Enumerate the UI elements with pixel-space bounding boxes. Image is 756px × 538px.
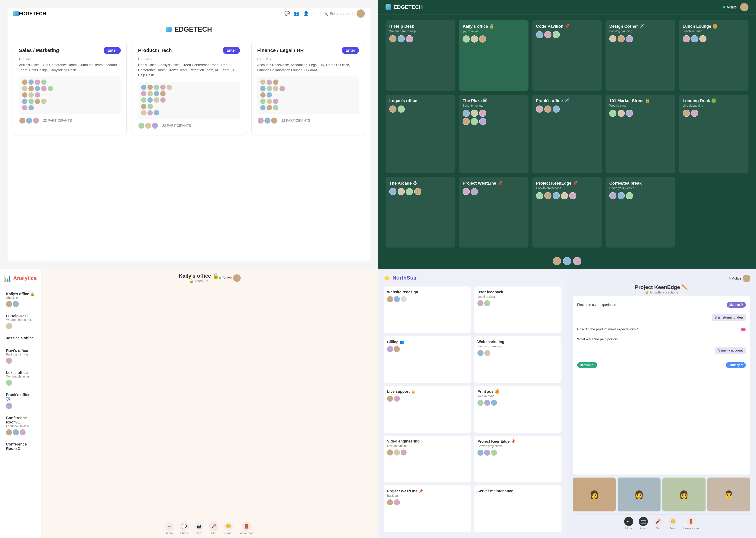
room-design-corner[interactable]: Design Corner ✈️ Backlog planning <box>606 20 675 91</box>
room-it-help[interactable]: IT Help Desk We are here to help! <box>385 20 455 91</box>
user-avatar[interactable] <box>357 9 365 18</box>
room-keenedge[interactable]: Project KeenEdge 📌 Growth projections <box>532 177 602 247</box>
room-franks-office[interactable]: Frank's office ✈️ <box>532 94 602 173</box>
q4-room-website[interactable]: Website redesign <box>384 287 471 333</box>
room-101-name: 101 Market Street 🔒 <box>609 98 671 103</box>
search-icon: 🔍 <box>324 11 328 16</box>
room-code-pavilion[interactable]: Code Pavilion 📌 <box>532 20 602 91</box>
dept-finance-enter-btn[interactable]: Enter <box>342 47 359 54</box>
q3-action-cam[interactable]: 📷 Cam <box>194 522 203 535</box>
room-coffee-name: Coffee/tea break <box>609 181 671 186</box>
react-icon: 😊 <box>224 522 233 531</box>
room-101-sub: Weekly sync <box>609 104 671 107</box>
q3-action-mic[interactable]: 🎤 Mic <box>209 522 218 535</box>
sidebar-item-conf1[interactable]: Conference Room 1 Feedback review <box>4 413 37 438</box>
q3-logo: 📊 Analytica <box>4 275 37 282</box>
room-lunch-sub: Lunch 'n Learn <box>683 29 745 33</box>
room-it-help-sub: We are here to help! <box>389 29 451 33</box>
q4-room-webmarketing[interactable]: Web marketing Planning meeting <box>474 336 561 383</box>
room-design-name: Design Corner ✈️ <box>609 24 671 29</box>
q4-chat-item-1: Brainstorming idea <box>577 312 746 322</box>
q2-rooms-grid: IT Help Desk We are here to help! Kaily'… <box>378 15 756 253</box>
more-icon[interactable]: ··· <box>313 11 317 16</box>
dept-card-sales-header: Sales / Marketing Enter <box>19 47 121 54</box>
status-field[interactable]: 🔍 Set a status <box>320 10 353 17</box>
room-it-help-name: IT Help Desk <box>389 24 451 29</box>
room-the-plaza[interactable]: The Plaza 🏛 Security review <box>459 94 528 173</box>
sidebar-lexi-avatars <box>6 380 35 386</box>
dept-finance-rooms-text: Accounts Receivable, Accounting, Legal, … <box>257 63 359 73</box>
q4-more-icon: ··· <box>624 517 633 526</box>
dept-tech-enter-btn[interactable]: Enter <box>223 47 240 54</box>
q4-room-keenedge[interactable]: Project KeenEdge 📌 Growth projections <box>474 436 561 483</box>
q4-action-mic[interactable]: 🎤 Mic <box>654 517 663 530</box>
q4-room-server[interactable]: Server maintenance <box>474 485 561 532</box>
q4-action-more[interactable]: ··· More <box>624 517 633 530</box>
chat-icon[interactable]: 💬 <box>284 11 290 16</box>
room-code-avatars <box>536 31 598 38</box>
q4-bottom-bar: ··· More 📷 Cam 🎤 Mic 😊 React 🚪 Leave roo… <box>573 514 751 532</box>
room-101-avatars <box>609 110 671 117</box>
q4-room-user-feedback[interactable]: User feedback Logging data <box>474 287 561 333</box>
sidebar-item-it[interactable]: IT Help Desk We are here to help! <box>4 311 37 332</box>
sidebar-item-frank[interactable]: Frank's office ✈️ <box>4 390 37 411</box>
q3-action-react[interactable]: 😊 React <box>224 522 233 535</box>
room-coffee-break[interactable]: Coffee/tea break How's your week? <box>606 177 675 247</box>
people2-icon[interactable]: 👤 <box>303 11 309 16</box>
sidebar-item-kaily[interactable]: Kaily's office 🔒 Check-in <box>4 289 37 310</box>
dept-card-finance: Finance / Legal / HR Enter ROOMS Account… <box>251 41 365 135</box>
room-keen-name: Project KeenEdge 📌 <box>536 181 598 186</box>
dept-sales-footer: 22 PARTICIPANTS <box>19 117 121 124</box>
sidebar-item-ravi[interactable]: Ravi's office Backlog thinking <box>4 346 37 366</box>
sidebar-item-jessica[interactable]: Jessica's office <box>4 333 37 344</box>
dept-finance-preview <box>257 77 359 114</box>
room-kaily-office[interactable]: Kaily's office 🔒 🔒Check-in <box>459 20 528 91</box>
q1-dept-cards: Sales / Marketing Enter ROOMS Anika's Of… <box>13 41 365 135</box>
q3-action-leave[interactable]: 🚪 Leave room <box>238 522 254 535</box>
room-it-help-avatars <box>389 35 451 42</box>
q4-action-cam[interactable]: 📷 Cam <box>639 517 648 530</box>
q1-nav-icons: 💬 👥 👤 ··· 🔍 Set a status <box>284 9 365 18</box>
dept-sales-title: Sales / Marketing <box>19 47 59 53</box>
q3-action-share[interactable]: 💬 Share <box>180 522 189 535</box>
q4-room-printads[interactable]: Print ads 🍊 Weekly sync <box>474 386 561 433</box>
q3-layout: 📊 Analytica Kaily's office 🔒 Check-in IT… <box>0 269 378 538</box>
dept-sales-participants: 22 PARTICIPANTS <box>43 119 72 123</box>
q4-room-videoeng[interactable]: Video engineering Live debugging <box>384 436 471 483</box>
room-lunch-lounge[interactable]: Lunch Lounge 🍔 Lunch 'n Learn <box>679 20 748 91</box>
q4-room-livesupport[interactable]: Live support 🔒 <box>384 386 471 433</box>
q3-logo-icon: 📊 <box>4 275 11 282</box>
q4-room-ve-avatars <box>387 450 468 456</box>
sidebar-item-conf2[interactable]: Conference Room 2 <box>4 440 37 454</box>
dept-sales-enter-btn[interactable]: Enter <box>104 47 121 54</box>
sidebar-it-avatars <box>6 323 35 329</box>
sidebar-ravi-avatars <box>6 358 35 364</box>
room-westline[interactable]: Project WestLine 📌 <box>459 177 528 247</box>
q4-room-wm-avatars <box>478 350 558 356</box>
dept-sales-preview <box>19 77 121 114</box>
q4-room-westline[interactable]: Project WestLine 📌 Backlog <box>384 485 471 532</box>
sidebar-item-lexi[interactable]: Lexi's office Content planning <box>4 368 37 389</box>
room-keen-avatars <box>536 192 598 199</box>
room-loading-dock[interactable]: Loading Dock 🟢 Live debugging <box>679 94 748 173</box>
more-icon: ··· <box>165 522 174 531</box>
q4-badge-penelope <box>740 328 746 331</box>
q3-room-info: Kaily's office 🔒 🔒 Check-in <box>179 273 219 283</box>
q2-logo-icon <box>385 4 391 10</box>
quadrant-top-left: EDGETECH 💬 👥 👤 ··· 🔍 Set a status EDGETE… <box>0 0 378 269</box>
people-icon[interactable]: 👥 <box>294 11 299 16</box>
q3-action-more[interactable]: ··· More <box>165 522 174 535</box>
q3-top-avatar[interactable] <box>233 274 241 282</box>
room-logans-office[interactable]: Logan's office <box>385 94 455 173</box>
q4-northstar-panel: ⭐ NorthStar Website redesign User feedba… <box>378 269 567 538</box>
q4-user-avatar[interactable] <box>743 275 750 282</box>
room-kaily-sub: 🔒Check-in <box>463 29 525 33</box>
q4-action-leave[interactable]: 🚪 Leave room <box>683 517 699 530</box>
q4-action-react[interactable]: 😊 React <box>668 517 677 530</box>
q2-user-avatar[interactable] <box>740 3 748 11</box>
q4-room-billing[interactable]: Billing 👥 <box>384 336 471 383</box>
q4-chat-footer-badges: Damien K. Lindsey M <box>577 360 746 370</box>
room-design-sub: Backlog planning <box>609 29 671 33</box>
room-arcade[interactable]: The Arcade 🕹 <box>385 177 455 247</box>
room-101-market[interactable]: 101 Market Street 🔒 Weekly sync <box>606 94 675 173</box>
